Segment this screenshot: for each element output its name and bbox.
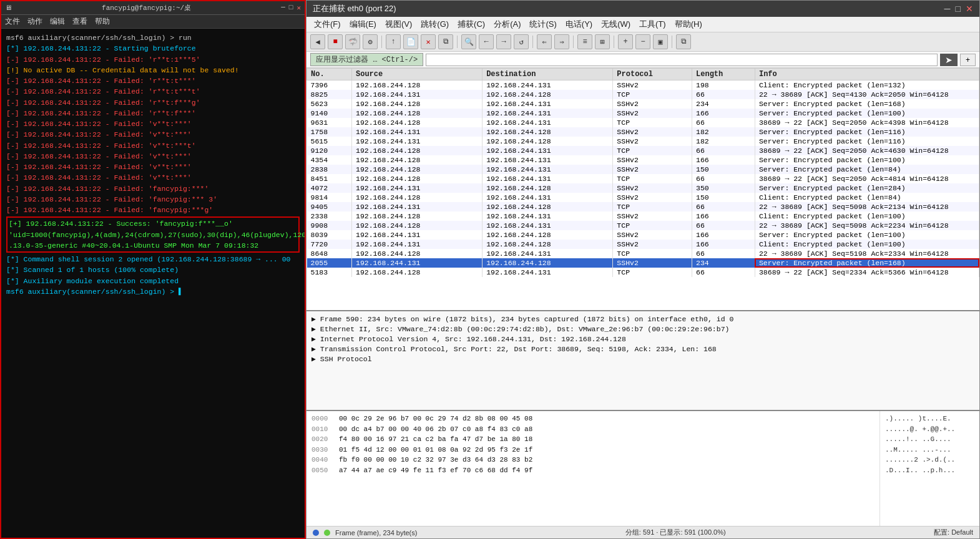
ws-menu-item[interactable]: 视图(V) xyxy=(381,18,416,31)
terminal-minimize-btn[interactable]: ─ xyxy=(281,4,285,12)
wireshark-minimize-btn[interactable]: ─ xyxy=(944,4,951,14)
table-row[interactable]: 4072192.168.244.131192.168.244.128SSHv23… xyxy=(307,183,979,193)
col-header-source: Source xyxy=(351,69,482,80)
packet-cell-info: 22 → 38689 [ACK] Seq=5098 Ack=2134 Win=6… xyxy=(755,202,979,211)
toolbar-next-btn[interactable]: → xyxy=(496,34,511,49)
table-row[interactable]: 9631192.168.244.128192.168.244.131TCP663… xyxy=(307,118,979,127)
table-row[interactable]: 2055192.168.244.131192.168.244.128SSHv22… xyxy=(307,258,979,268)
ws-menu-item[interactable]: 无线(W) xyxy=(597,18,634,31)
terminal-menu-item[interactable]: 帮助 xyxy=(95,16,110,27)
terminal-menu-item[interactable]: 文件 xyxy=(5,16,20,27)
toolbar-grid-btn[interactable]: ⊞ xyxy=(595,34,610,49)
table-row[interactable]: 7396192.168.244.128192.168.244.131SSHv21… xyxy=(307,80,979,90)
ws-menu-item[interactable]: 电话(Y) xyxy=(562,18,596,31)
hex-line: 0040fb f0 00 00 00 10 c2 32 97 3e d3 64 … xyxy=(311,455,875,465)
toolbar-shark-btn[interactable]: 🦈 xyxy=(345,34,360,49)
packet-cell-info: Server: Encrypted packet (len=100) xyxy=(755,230,979,240)
toolbar-settings-btn[interactable]: ⚙ xyxy=(363,34,378,49)
detail-item[interactable]: ▶ Ethernet II, Src: VMware_74:d2:8b (00:… xyxy=(311,324,974,334)
toolbar-plus-btn[interactable]: + xyxy=(618,34,633,49)
ws-menu-item[interactable]: 文件(F) xyxy=(310,18,345,31)
toolbar-stop-btn[interactable]: ■ xyxy=(328,34,343,49)
toolbar-up-btn[interactable]: ↑ xyxy=(386,34,401,49)
packet-cell-info: Server: Encrypted packet (len=84) xyxy=(755,165,979,174)
wireshark-close-btn[interactable]: ✕ xyxy=(966,4,973,14)
table-row[interactable]: 5615192.168.244.131192.168.244.128SSHv21… xyxy=(307,137,979,146)
table-row[interactable]: 9120192.168.244.128192.168.244.131TCP663… xyxy=(307,146,979,155)
filter-apply-btn[interactable]: ➤ xyxy=(940,54,958,66)
ws-menu-item[interactable]: 帮助(H) xyxy=(671,18,706,31)
toolbar-list-btn[interactable]: ≡ xyxy=(577,34,592,49)
table-row[interactable]: 1758192.168.244.131192.168.244.128SSHv21… xyxy=(307,127,979,137)
toolbar-search-btn[interactable]: 🔍 xyxy=(461,34,476,49)
table-row[interactable]: 2338192.168.244.128192.168.244.131SSHv21… xyxy=(307,211,979,221)
table-row[interactable]: 9405192.168.244.131192.168.244.128TCP662… xyxy=(307,202,979,211)
wireshark-packet-list[interactable]: No. Source Destination Protocol Length I… xyxy=(306,68,979,311)
toolbar-nav-back-btn[interactable]: ⇐ xyxy=(537,34,552,49)
hex-offset: 0000 xyxy=(311,414,336,424)
detail-item[interactable]: ▶ Frame 590: 234 bytes on wire (1872 bit… xyxy=(311,314,974,324)
toolbar-nav-fwd-btn[interactable]: ⇒ xyxy=(554,34,569,49)
packet-cell-no: 2055 xyxy=(307,258,352,268)
table-row[interactable]: 2838192.168.244.128192.168.244.131SSHv21… xyxy=(307,165,979,174)
ws-menu-item[interactable]: 工具(T) xyxy=(635,18,670,31)
wireshark-filter-bar: 应用显示过滤器 … <Ctrl-/> ➤ + xyxy=(306,52,979,68)
ws-menu-item[interactable]: 跳转(G) xyxy=(417,18,453,31)
terminal-menu-item[interactable]: 查看 xyxy=(72,16,87,27)
terminal-close-btn[interactable]: ✕ xyxy=(296,4,301,12)
table-row[interactable]: 5183192.168.244.128192.168.244.131TCP663… xyxy=(307,268,979,277)
table-row[interactable]: 8039192.168.244.131192.168.244.128SSHv21… xyxy=(307,230,979,240)
hex-line: 0020f4 80 00 16 97 21 ca c2 ba fa 47 d7 … xyxy=(311,434,875,445)
ws-menu-item[interactable]: 编辑(E) xyxy=(346,18,380,31)
ws-menu-item[interactable]: 统计(S) xyxy=(526,18,560,31)
terminal-menu-item[interactable]: 动作 xyxy=(27,16,42,27)
toolbar-minus-btn[interactable]: − xyxy=(635,34,650,49)
detail-item[interactable]: ▶ Internet Protocol Version 4, Src: 192.… xyxy=(311,334,974,344)
toolbar-col-btn[interactable]: ⧉ xyxy=(676,34,691,49)
terminal-line: [-] 192.168.244.131:22 - Failed: 'r**t:t… xyxy=(6,86,300,97)
packet-cell-dst: 192.168.244.128 xyxy=(483,127,613,137)
filter-add-btn[interactable]: + xyxy=(960,54,976,66)
packet-cell-no: 7396 xyxy=(307,80,352,90)
packet-cell-proto: TCP xyxy=(613,118,692,127)
packet-cell-src: 192.168.244.128 xyxy=(351,221,482,230)
col-header-protocol: Protocol xyxy=(613,69,692,80)
table-row[interactable]: 8825192.168.244.131192.168.244.128TCP662… xyxy=(307,90,979,99)
detail-item[interactable]: ▶ Transmission Control Protocol, Src Por… xyxy=(311,344,974,354)
toolbar-prev-btn[interactable]: ← xyxy=(479,34,494,49)
toolbar-back-btn[interactable]: ◀ xyxy=(310,34,325,49)
packet-cell-no: 2838 xyxy=(307,165,352,174)
toolbar-copy-btn[interactable]: ⧉ xyxy=(438,34,453,49)
table-row[interactable]: 7720192.168.244.131192.168.244.128SSHv21… xyxy=(307,240,979,249)
toolbar-box-btn[interactable]: ▣ xyxy=(653,34,668,49)
terminal-menu-item[interactable]: 编辑 xyxy=(50,16,65,27)
filter-input[interactable] xyxy=(426,54,938,66)
detail-item[interactable]: ▶ SSH Protocol xyxy=(311,354,974,364)
terminal-line: [-] 192.168.244.131:22 - Failed: 'v**t:*… xyxy=(6,162,300,172)
table-row[interactable]: 8451192.168.244.128192.168.244.131TCP663… xyxy=(307,174,979,183)
toolbar-doc-btn[interactable]: 📄 xyxy=(403,34,418,49)
packet-cell-info: Server: Encrypted packet (len=116) xyxy=(755,137,979,146)
toolbar-x-btn[interactable]: ✕ xyxy=(421,34,436,49)
ws-menu-item[interactable]: 捕获(C) xyxy=(454,18,489,31)
status-dot-blue[interactable] xyxy=(313,530,319,536)
hex-offset: 0050 xyxy=(311,465,336,476)
packet-cell-info: Server: Encrypted packet (len=100) xyxy=(755,155,979,165)
table-row[interactable]: 9908192.168.244.128192.168.244.131TCP662… xyxy=(307,221,979,230)
packet-cell-len: 66 xyxy=(692,146,755,155)
terminal-maximize-btn[interactable]: □ xyxy=(289,4,293,12)
table-row[interactable]: 9140192.168.244.128192.168.244.131SSHv21… xyxy=(307,109,979,118)
wireshark-maximize-btn[interactable]: □ xyxy=(956,4,961,14)
packet-cell-dst: 192.168.244.128 xyxy=(483,240,613,249)
table-row[interactable]: 9814192.168.244.128192.168.244.131SSHv21… xyxy=(307,193,979,202)
ws-menu-item[interactable]: 分析(A) xyxy=(490,18,524,31)
packet-cell-src: 192.168.244.131 xyxy=(351,230,482,240)
packet-cell-proto: TCP xyxy=(613,146,692,155)
statusbar-profile: 配置: Default xyxy=(934,528,973,537)
packet-cell-no: 2338 xyxy=(307,211,352,221)
table-row[interactable]: 5623192.168.244.128192.168.244.131SSHv22… xyxy=(307,99,979,109)
toolbar-refresh-btn[interactable]: ↺ xyxy=(514,34,529,49)
terminal-line: [!] No active DB -- Credential data will… xyxy=(6,65,300,75)
table-row[interactable]: 4354192.168.244.128192.168.244.131SSHv21… xyxy=(307,155,979,165)
table-row[interactable]: 8648192.168.244.128192.168.244.131TCP662… xyxy=(307,249,979,258)
